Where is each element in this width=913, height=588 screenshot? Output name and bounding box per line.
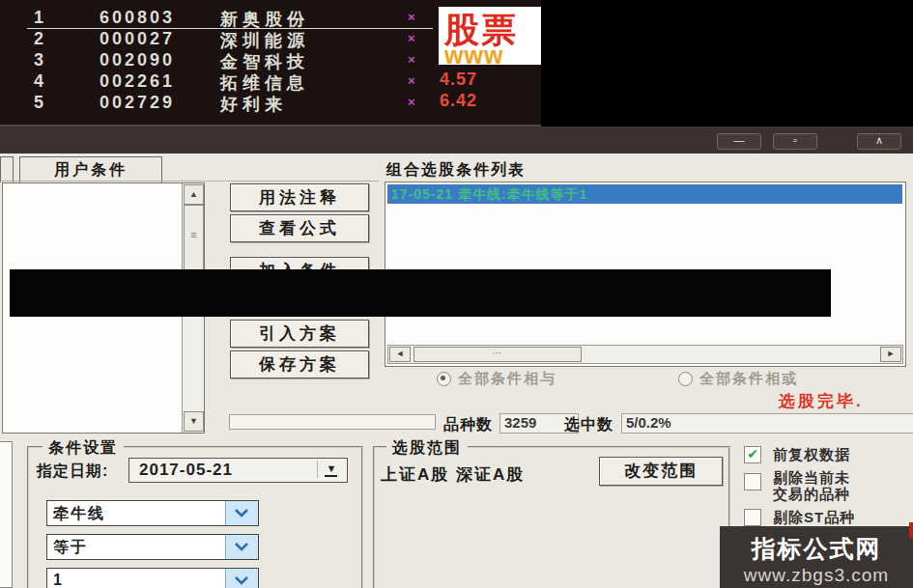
- row-index: 1: [34, 8, 43, 28]
- stock-code: 600803: [100, 8, 175, 28]
- date-combobox[interactable]: 2017-05-21 ▼: [128, 458, 348, 483]
- indicator-value: 牵牛线: [53, 504, 105, 524]
- stock-name: 金智科技: [220, 50, 309, 73]
- selection-done-text: 选股完毕.: [779, 390, 864, 412]
- progress-bar: [229, 414, 436, 430]
- stock-change-value: 4.57: [440, 70, 477, 90]
- change-scope-button[interactable]: 改变范围: [599, 457, 723, 486]
- condition-list-label: 组合选股条件列表: [386, 160, 526, 181]
- value-value: 1: [53, 572, 64, 588]
- badge-red-accent: [909, 522, 913, 538]
- tabbar-divider: [0, 181, 379, 182]
- stock-code: 002261: [100, 71, 175, 92]
- radio-all-or[interactable]: [678, 372, 693, 386]
- stock-change-value: 6.42: [440, 91, 477, 111]
- stock-code: 002729: [100, 93, 175, 113]
- indicator-combobox[interactable]: 牵牛线: [46, 500, 259, 526]
- checkbox-exclude-untraded-label: 剔除当前未交易的品种: [773, 469, 852, 502]
- checkbox-forward-adjusted[interactable]: ✔: [744, 446, 761, 463]
- stock-name: 好利来: [220, 93, 287, 116]
- redaction-block-middle: [10, 269, 831, 317]
- stock-code: 002090: [100, 50, 175, 70]
- badge-url: www.zbgs3.com: [720, 565, 913, 586]
- checkbox-forward-adjusted-label: 前复权数据: [773, 446, 850, 462]
- x-mark-icon: ×: [408, 95, 415, 109]
- condition-settings-title: 条件设置: [43, 438, 124, 459]
- radio-all-and[interactable]: [437, 372, 451, 386]
- view-formula-button[interactable]: 查看公式: [230, 214, 369, 242]
- x-mark-icon: ×: [408, 52, 415, 67]
- checkbox-exclude-st-label: 剔除ST品种: [773, 509, 855, 525]
- stock-picker-window: 1 600803 新奥股份 × 2 000027 深圳能源 × 3 002090…: [0, 0, 913, 588]
- collapse-button[interactable]: ∧: [857, 133, 901, 150]
- selected-count-field: 5/0.2%: [621, 413, 913, 434]
- scroll-down-button[interactable]: ▼: [184, 411, 204, 432]
- minimize-button[interactable]: —: [717, 133, 761, 150]
- watermark-badge: 指标公式网 www.zbgs3.com: [720, 526, 913, 588]
- row-index: 3: [34, 50, 43, 70]
- row-index: 5: [34, 93, 43, 113]
- side-panel-edge: [0, 441, 13, 588]
- x-mark-icon: ×: [408, 10, 415, 24]
- scrollbar-thumb[interactable]: ≡: [184, 205, 204, 270]
- chevron-down-icon[interactable]: [225, 569, 258, 588]
- scroll-right-button[interactable]: ►: [880, 347, 901, 362]
- x-mark-icon: ×: [408, 31, 415, 45]
- tab-fragment[interactable]: [0, 156, 14, 182]
- save-plan-button[interactable]: 保存方案: [230, 350, 369, 378]
- count-label: 品种数: [443, 415, 493, 435]
- tab-user-condition[interactable]: 用户条件: [19, 156, 162, 182]
- scroll-up-button[interactable]: ▲: [184, 184, 204, 205]
- scroll-left-button[interactable]: ◄: [389, 347, 411, 362]
- caret-down-icon[interactable]: ▼: [317, 461, 345, 478]
- usage-note-button[interactable]: 用法注释: [230, 183, 369, 211]
- row-index: 2: [34, 29, 43, 49]
- operator-value: 等于: [53, 538, 88, 558]
- value-combobox[interactable]: 1: [46, 568, 259, 588]
- stock-picker-dialog: 用户条件 ▲ ≡ ▼ 用法注释 查看公式 加入条件 引入方案 保存方案 组合选股…: [0, 154, 913, 588]
- import-plan-button[interactable]: 引入方案: [230, 320, 369, 348]
- logo-www-text: www: [444, 42, 503, 65]
- stock-name: 拓维信息: [220, 71, 309, 95]
- operator-combobox[interactable]: 等于: [46, 534, 259, 560]
- selected-row-underline: [27, 28, 433, 29]
- stock-code: 000027: [100, 29, 175, 49]
- chevron-down-icon[interactable]: [225, 535, 258, 559]
- h-scrollbar-thumb[interactable]: ⋯: [414, 347, 582, 362]
- stock-name: 深圳能源: [220, 29, 309, 52]
- watermark-logo: 股票 www: [439, 7, 541, 65]
- restore-button[interactable]: ▫: [773, 133, 817, 150]
- x-mark-icon: ×: [408, 73, 415, 88]
- date-label: 指定日期:: [37, 462, 108, 482]
- selected-condition-item[interactable]: 17-05-21 牵牛线:牵牛线等于1: [387, 184, 902, 204]
- scope-group-title: 选股范围: [386, 438, 468, 459]
- radio-all-or-label: 全部条件相或: [699, 370, 798, 388]
- date-value: 2017-05-21: [139, 461, 233, 480]
- badge-title: 指标公式网: [720, 533, 913, 565]
- radio-all-and-label: 全部条件相与: [458, 370, 556, 388]
- checkbox-exclude-untraded[interactable]: [744, 473, 761, 490]
- row-index: 4: [34, 71, 43, 92]
- redaction-block-top: [541, 0, 913, 128]
- scope-text: 上证A股 深证A股: [381, 463, 525, 486]
- horizontal-scrollbar[interactable]: ◄ ⋯ ►: [387, 345, 903, 364]
- checkbox-exclude-st[interactable]: [744, 509, 761, 526]
- window-titlebar: — ▫ ∧: [0, 126, 913, 154]
- chevron-down-icon[interactable]: [225, 501, 258, 525]
- selected-count-label: 选中数: [564, 415, 613, 435]
